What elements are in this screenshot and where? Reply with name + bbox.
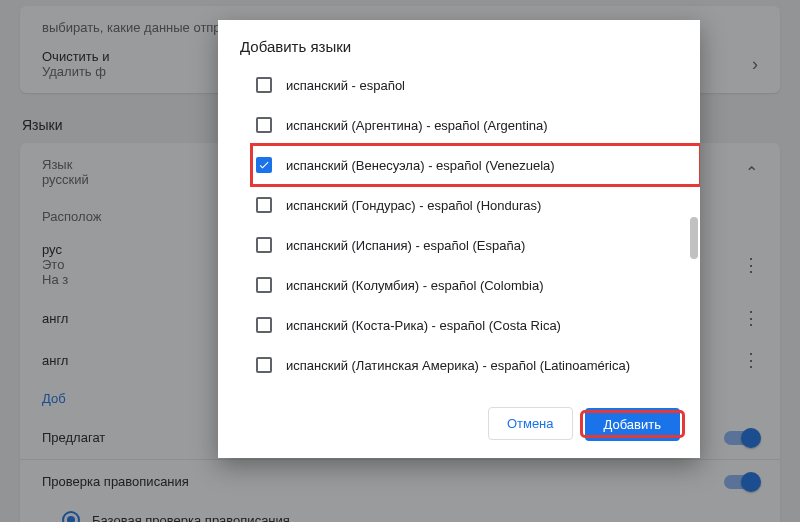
language-option[interactable]: испанский (Испания) - español (España) bbox=[256, 225, 700, 265]
language-option[interactable]: испанский (Гондурас) - español (Honduras… bbox=[256, 185, 700, 225]
language-option-label: испанский (Венесуэла) - español (Venezue… bbox=[286, 158, 555, 173]
language-option-label: испанский (Коста-Рика) - español (Costa … bbox=[286, 318, 561, 333]
language-option[interactable]: испанский (Аргентина) - español (Argenti… bbox=[256, 105, 700, 145]
add-languages-dialog: Добавить языки испанский - españolиспанс… bbox=[218, 20, 700, 458]
checkbox-icon[interactable] bbox=[256, 117, 272, 133]
scrollbar-track[interactable] bbox=[690, 107, 698, 393]
checkbox-checked-icon[interactable] bbox=[256, 157, 272, 173]
cancel-button[interactable]: Отмена bbox=[488, 407, 573, 440]
language-option[interactable]: испанский (Латинская Америка) - español … bbox=[256, 345, 700, 385]
language-option[interactable]: испанский (Коста-Рика) - español (Costa … bbox=[256, 305, 700, 345]
language-option-label: испанский - español bbox=[286, 78, 405, 93]
scrollbar-thumb[interactable] bbox=[690, 217, 698, 259]
checkbox-icon[interactable] bbox=[256, 357, 272, 373]
language-option[interactable]: испанский - español bbox=[256, 65, 700, 105]
checkbox-icon[interactable] bbox=[256, 317, 272, 333]
language-option-label: испанский (Испания) - español (España) bbox=[286, 238, 525, 253]
language-option-label: испанский (Латинская Америка) - español … bbox=[286, 358, 630, 373]
add-button[interactable]: Добавить bbox=[585, 408, 680, 441]
add-button-highlight: Добавить bbox=[583, 413, 682, 435]
language-option-label: испанский (Гондурас) - español (Honduras… bbox=[286, 198, 541, 213]
checkbox-icon[interactable] bbox=[256, 77, 272, 93]
language-option-label: испанский (Колумбия) - español (Colombia… bbox=[286, 278, 543, 293]
language-list[interactable]: испанский - españolиспанский (Аргентина)… bbox=[218, 61, 700, 393]
checkbox-icon[interactable] bbox=[256, 197, 272, 213]
language-option[interactable]: испанский (Венесуэла) - español (Venezue… bbox=[252, 145, 700, 185]
checkbox-icon[interactable] bbox=[256, 237, 272, 253]
checkbox-icon[interactable] bbox=[256, 277, 272, 293]
language-option-label: испанский (Аргентина) - español (Argenti… bbox=[286, 118, 548, 133]
language-option[interactable]: испанский (Колумбия) - español (Colombia… bbox=[256, 265, 700, 305]
dialog-title: Добавить языки bbox=[218, 20, 700, 61]
